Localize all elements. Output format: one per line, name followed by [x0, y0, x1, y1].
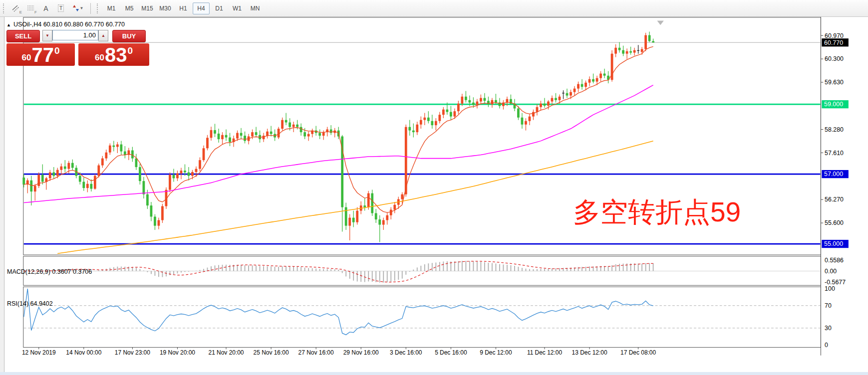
buy-price-big: 83 [105, 45, 127, 65]
svg-text:59.630: 59.630 [825, 79, 844, 86]
text-label-tool-button[interactable]: A [39, 2, 53, 15]
svg-text:17 Dec 08:00: 17 Dec 08:00 [620, 349, 656, 356]
arrows-icon [72, 4, 79, 12]
svg-text:59.000: 59.000 [824, 101, 843, 108]
timeframe-button-m30[interactable]: M30 [157, 2, 174, 14]
volume-decrease-button[interactable]: ▼ [42, 30, 52, 41]
buy-price-quote[interactable]: 60 83 0 [78, 43, 149, 66]
svg-text:27 Nov 16:00: 27 Nov 16:00 [298, 349, 334, 356]
svg-text:0.5586: 0.5586 [825, 257, 844, 264]
svg-text:56.270: 56.270 [825, 196, 844, 203]
chart-area: 60.97060.30059.63058.28057.61056.27055.6… [0, 16, 868, 375]
text-label-icon: A [43, 4, 48, 12]
arrows-tool-button[interactable]: ▼ [69, 2, 87, 15]
toolbar-grip[interactable] [97, 3, 100, 13]
svg-text:5 Dec 16:00: 5 Dec 16:00 [435, 349, 467, 356]
svg-text:57.000: 57.000 [824, 171, 843, 178]
svg-text:17 Nov 23:00: 17 Nov 23:00 [115, 349, 150, 356]
trading-terminal-window: E F A T ▼ M1 M5 M15 M30 [0, 0, 868, 375]
sell-price-prefix: 60 [22, 53, 31, 63]
toolbar-separator [90, 3, 91, 14]
svg-text:13 Dec 12:00: 13 Dec 12:00 [572, 349, 607, 356]
buy-price-sup: 0 [127, 45, 133, 56]
svg-text:55.000: 55.000 [824, 240, 843, 247]
timeframe-button-mn[interactable]: MN [247, 2, 264, 14]
text-tool-button[interactable]: T [54, 2, 68, 15]
timeframe-button-h1[interactable]: H1 [175, 2, 192, 14]
svg-text:58.280: 58.280 [825, 126, 844, 133]
svg-text:3 Dec 16:00: 3 Dec 16:00 [390, 349, 422, 356]
svg-text:9 Dec 12:00: 9 Dec 12:00 [480, 349, 512, 356]
svg-text:55.600: 55.600 [825, 219, 844, 226]
toolbar-grip[interactable] [3, 3, 6, 13]
timeframe-button-m5[interactable]: M5 [121, 2, 138, 14]
svg-text:0.00: 0.00 [825, 268, 837, 275]
sell-price-quote[interactable]: 60 77 0 [6, 43, 75, 66]
timeframe-button-m15[interactable]: M15 [139, 2, 156, 14]
sell-price-big: 77 [31, 45, 54, 65]
timeframe-button-m1[interactable]: M1 [103, 2, 120, 14]
svg-text:11 Dec 12:00: 11 Dec 12:00 [527, 349, 562, 356]
rsi-indicator-label: RSI(14) 64.9402 [7, 300, 53, 307]
candlestick-chart-canvas[interactable]: 60.97060.30059.63058.28057.61056.27055.6… [0, 16, 868, 375]
svg-text:60.770: 60.770 [824, 39, 843, 46]
buy-price-prefix: 60 [95, 53, 104, 63]
macd-indicator-label: MACD(12,26,9) 0.3607 0.3706 [7, 268, 92, 275]
symbol-ohlc-text: USOil-,H4 60.810 60.880 60.770 60.770 [13, 21, 125, 28]
svg-text:60.970: 60.970 [825, 32, 844, 39]
chevron-down-icon[interactable]: ▼ [80, 6, 84, 10]
svg-text:25 Nov 16:00: 25 Nov 16:00 [254, 349, 289, 356]
text-tool-icon: T [58, 4, 64, 12]
volume-input[interactable] [52, 30, 98, 40]
toolbar: E F A T ▼ M1 M5 M15 M30 [0, 0, 868, 17]
equidistant-channel-tool-button[interactable]: E [9, 2, 23, 15]
svg-text:29 Nov 16:00: 29 Nov 16:00 [343, 349, 379, 356]
timeframe-button-w1[interactable]: W1 [229, 2, 246, 14]
svg-text:19 Nov 20:00: 19 Nov 20:00 [160, 349, 195, 356]
annotation-text: 多空转折点59 [573, 197, 741, 226]
fibonacci-icon [27, 4, 35, 12]
svg-text:0: 0 [825, 342, 828, 349]
tool-glyph: F [34, 10, 37, 14]
svg-text:70: 70 [825, 302, 832, 309]
svg-text:100: 100 [825, 285, 835, 292]
volume-increase-button[interactable]: ▲ [98, 30, 108, 41]
sell-price-sup: 0 [54, 45, 60, 56]
sell-button[interactable]: SELL [6, 30, 40, 42]
svg-text:30: 30 [825, 325, 832, 332]
fibonacci-tool-button[interactable]: F [24, 2, 38, 15]
chart-symbol-title: ▲USOil-,H4 60.810 60.880 60.770 60.770 [6, 21, 125, 28]
svg-text:12 Nov 2019: 12 Nov 2019 [22, 349, 56, 356]
timeframe-button-h4[interactable]: H4 [193, 2, 210, 14]
tool-glyph: E [19, 10, 22, 14]
svg-text:14 Nov 00:00: 14 Nov 00:00 [66, 349, 101, 356]
svg-text:60.300: 60.300 [825, 55, 844, 62]
svg-text:-0.5677: -0.5677 [825, 279, 846, 286]
svg-text:21 Nov 20:00: 21 Nov 20:00 [209, 349, 244, 356]
one-click-trading-panel: SELL ▼ ▲ BUY 60 77 0 60 83 0 [6, 30, 149, 66]
window-bottom-edge [0, 372, 868, 375]
window-left-edge [0, 16, 4, 375]
svg-text:57.610: 57.610 [825, 150, 844, 157]
equidistant-channel-icon [12, 4, 20, 12]
buy-button[interactable]: BUY [112, 30, 146, 42]
collapse-panel-icon[interactable]: ▲ [6, 22, 11, 27]
timeframe-button-d1[interactable]: D1 [211, 2, 228, 14]
